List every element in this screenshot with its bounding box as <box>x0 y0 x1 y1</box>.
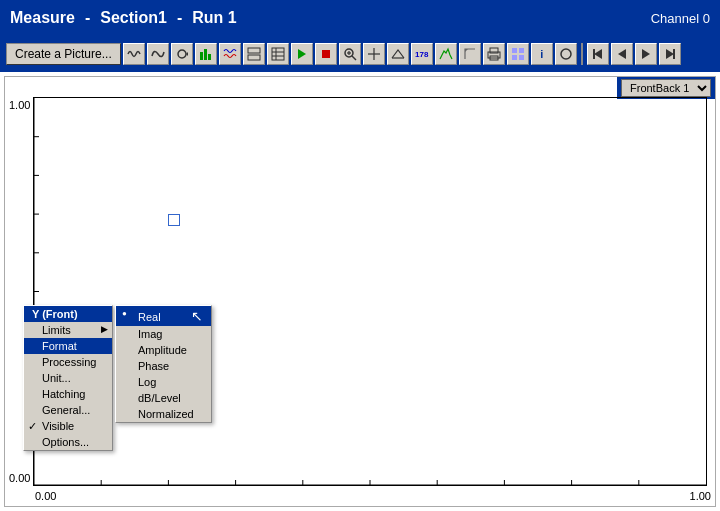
toolbar-skip-end-icon[interactable] <box>659 43 681 65</box>
submenu-log[interactable]: Log <box>116 374 211 390</box>
channel-label: Channel 0 <box>651 11 710 26</box>
toolbar-fft-icon[interactable] <box>435 43 457 65</box>
toolbar-number-icon[interactable]: 178 <box>411 43 433 65</box>
main-area: FrontBack 1 1.00 0.00 <box>0 72 720 511</box>
submenu-amplitude[interactable]: Amplitude <box>116 342 211 358</box>
toolbar-arrow-icon[interactable] <box>459 43 481 65</box>
context-menu-hatching[interactable]: Hatching <box>24 386 112 402</box>
svg-marker-32 <box>666 49 674 59</box>
section-name: Section1 <box>100 9 167 27</box>
svg-rect-1 <box>200 52 203 60</box>
toolbar-print-icon[interactable] <box>483 43 505 65</box>
toolbar-chart-icon[interactable] <box>195 43 217 65</box>
submenu-imag[interactable]: Imag <box>116 326 211 342</box>
title-bar: Measure - Section1 - Run 1 Channel 0 <box>0 0 720 36</box>
context-menu-unit[interactable]: Unit... <box>24 370 112 386</box>
svg-marker-28 <box>594 49 602 59</box>
title-sep2: - <box>177 9 182 27</box>
toolbar-layout-icon[interactable] <box>507 43 529 65</box>
context-menu-options[interactable]: Options... <box>24 434 112 450</box>
svg-rect-2 <box>204 49 207 60</box>
app-name: Measure <box>10 9 75 27</box>
toolbar-cursor-icon[interactable] <box>363 43 385 65</box>
toolbar-rotate-icon[interactable] <box>171 43 193 65</box>
context-menu-format[interactable]: Format <box>24 338 112 354</box>
svg-marker-30 <box>618 49 626 59</box>
submenu-normalized[interactable]: Normalized <box>116 406 211 422</box>
y-axis-top-label: 1.00 <box>9 99 30 111</box>
toolbar-next-icon[interactable] <box>635 43 657 65</box>
run-name: Run 1 <box>192 9 236 27</box>
svg-marker-10 <box>298 49 306 59</box>
toolbar-stop-icon[interactable] <box>315 43 337 65</box>
toolbar-zoom-icon[interactable] <box>339 43 361 65</box>
svg-marker-31 <box>642 49 650 59</box>
svg-rect-11 <box>322 50 330 58</box>
toolbar-prev-icon[interactable] <box>611 43 633 65</box>
context-menu: Y (Front) Limits Format Processing Unit.… <box>23 305 113 451</box>
toolbar: Create a Picture... 178 <box>0 36 720 72</box>
svg-rect-5 <box>248 55 260 60</box>
svg-rect-4 <box>248 48 260 53</box>
svg-line-13 <box>352 56 356 60</box>
toolbar-wave2-icon[interactable] <box>147 43 169 65</box>
context-menu-visible[interactable]: Visible <box>24 418 112 434</box>
title-sep1: - <box>85 9 90 27</box>
svg-rect-24 <box>519 48 524 53</box>
svg-rect-3 <box>208 54 211 60</box>
toolbar-multiwave-icon[interactable] <box>219 43 241 65</box>
submenu: Real↖ Imag Amplitude Phase Log dB/Level … <box>115 305 212 423</box>
context-menu-title: Y (Front) <box>24 306 112 322</box>
svg-rect-26 <box>519 55 524 60</box>
frontback-dropdown-bar: FrontBack 1 <box>617 77 715 99</box>
chart-axes-svg <box>34 98 706 485</box>
create-picture-button[interactable]: Create a Picture... <box>6 43 121 65</box>
chart-marker <box>168 214 180 226</box>
chart-container: FrontBack 1 1.00 0.00 <box>4 76 716 507</box>
toolbar-play-icon[interactable] <box>291 43 313 65</box>
submenu-dblevel[interactable]: dB/Level <box>116 390 211 406</box>
x-axis-right-label: 1.00 <box>690 490 711 502</box>
submenu-phase[interactable]: Phase <box>116 358 211 374</box>
svg-rect-23 <box>512 48 517 53</box>
toolbar-wave-icon[interactable] <box>123 43 145 65</box>
x-axis-left-label: 0.00 <box>35 490 56 502</box>
toolbar-split-icon[interactable] <box>243 43 265 65</box>
submenu-real[interactable]: Real↖ <box>116 306 211 326</box>
toolbar-info-icon[interactable]: i <box>531 43 553 65</box>
svg-rect-25 <box>512 55 517 60</box>
title-text: Measure - Section1 - Run 1 <box>10 9 237 27</box>
chart-plot[interactable] <box>33 97 707 486</box>
toolbar-skip-start-icon[interactable] <box>587 43 609 65</box>
toolbar-circle-icon[interactable] <box>555 43 577 65</box>
context-menu-limits[interactable]: Limits <box>24 322 112 338</box>
y-axis-bottom-label: 0.00 <box>9 472 30 484</box>
context-menu-processing[interactable]: Processing <box>24 354 112 370</box>
context-menu-general[interactable]: General... <box>24 402 112 418</box>
toolbar-separator <box>581 43 583 65</box>
toolbar-measure-icon[interactable] <box>387 43 409 65</box>
svg-point-0 <box>178 50 186 58</box>
svg-point-27 <box>561 49 571 59</box>
frontback-select[interactable]: FrontBack 1 <box>621 79 711 97</box>
svg-rect-6 <box>272 48 284 60</box>
toolbar-table-icon[interactable] <box>267 43 289 65</box>
